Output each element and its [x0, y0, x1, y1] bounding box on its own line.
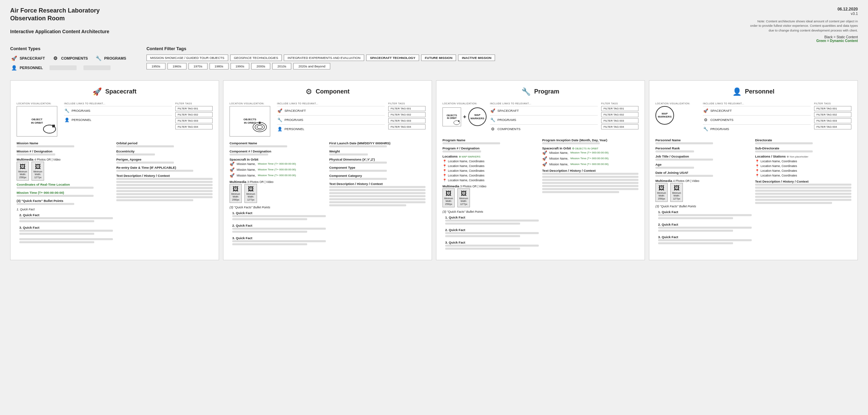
field-pers-directorate: Directorate — [755, 138, 851, 144]
ft-year-3[interactable]: 1980s — [210, 63, 229, 69]
page-subtitle: Interactive Application Content Architec… — [10, 29, 109, 34]
spacecraft-ft-2[interactable]: FILTER TAG 003 — [175, 118, 213, 123]
components-icon: ⚙ — [52, 55, 59, 62]
ct-personnel[interactable]: 👤 PERSONNEL — [10, 64, 43, 71]
field-prog-multimedia: Multimedia 3 Photos OR | Video 🖼 Minimum… — [442, 184, 539, 207]
program-card-title-row: 🔧 Program — [442, 87, 638, 96]
field-perigee: Perigee, Apogee — [116, 158, 213, 164]
prog-so-item-2: 🚀 Mission Name, Mission Time (T+ 000:00:… — [542, 162, 638, 167]
spacecraft-link-personnel[interactable]: 👤 PERSONNEL — [64, 115, 172, 124]
pers-ft-1[interactable]: FILTER TAG 002 — [814, 112, 851, 117]
field-prog-name: Program Name — [442, 138, 539, 144]
spacecraft-orbit-box: OBJECT IN ORBIT — [17, 106, 57, 137]
spacecraft-icon: 🚀 — [10, 55, 18, 62]
programs-icon: 🔧 — [95, 55, 102, 62]
field-prog-sc-orbit: Spacecraft in Orbit ⚙ OBJECTS IN ORBIT 🚀… — [542, 146, 638, 167]
pers-locations: 📍 Location Name, Coordinates 📍 Location … — [755, 160, 851, 178]
field-coords: Coordinates of Real-Time Location — [17, 183, 113, 189]
ft-year-5[interactable]: 2000s — [251, 63, 270, 69]
spacecraft-media-row: 🖼 MinimumWidth:2550px 🖼 MinimumWidth:127… — [17, 162, 113, 181]
prog-components-label: COMPONENTS — [497, 127, 520, 131]
prog-link-components[interactable]: ⚙ COMPONENTS — [490, 124, 598, 133]
spacecraft-card-title: Spacecraft — [105, 88, 136, 95]
personnel-fields-left: Personnel Name Personnel Rank Job Title … — [655, 138, 752, 248]
ft-tag-1[interactable]: GEOSPACE TECHNOLOGIES — [230, 55, 282, 61]
spacecraft-card-icon: 🚀 — [93, 87, 102, 96]
ft-year-6[interactable]: 2010s — [272, 63, 291, 69]
program-viz-label: LOCATION VISUALIZATION: — [442, 102, 487, 105]
legend: Black = Static Content Green = Dynamic C… — [749, 35, 858, 43]
spacecraft-link-programs[interactable]: 🔧 PROGRAMS — [64, 106, 172, 115]
spacecraft-card-title-row: 🚀 Spacecraft — [17, 87, 213, 96]
prog-programs-icon: 🔧 — [490, 117, 495, 123]
ft-tag-0[interactable]: MISSION SHOWCASE / GUIDED TOUR OBJECTS — [146, 55, 228, 61]
comp-ft-3[interactable]: FILTER TAG 004 — [388, 124, 426, 129]
personnel-link-label: PERSONNEL — [72, 118, 92, 122]
spacecraft-ft-3[interactable]: FILTER TAG 004 — [175, 124, 213, 129]
comp-ft-2[interactable]: FILTER TAG 003 — [388, 118, 426, 123]
ft-year-4[interactable]: 1990s — [231, 63, 250, 69]
field-dimensions: Physical Dimensions (X',Y',Z') — [329, 158, 426, 164]
pers-bullet-3: 3. Quick Fact — [655, 235, 752, 244]
pers-loc-3: 📍 Location Name, Coordinates — [755, 174, 851, 178]
component-card-title: Component — [316, 88, 350, 95]
prog-ft-1[interactable]: FILTER TAG 002 — [601, 112, 638, 117]
spacecraft-ft-0[interactable]: FILTER TAG 001 — [175, 106, 213, 111]
program-filter-label: FILTER TAGS — [601, 102, 638, 105]
ft-tag-5[interactable]: INACTIVE MISSION — [458, 55, 495, 61]
field-mission-name: Mission Name — [17, 141, 113, 147]
ft-year-0[interactable]: 1950s — [146, 63, 165, 69]
pers-link-spacecraft[interactable]: 🚀 SPACECRAFT — [703, 106, 811, 115]
ct-programs-label: PROGRAMS — [104, 56, 126, 60]
comp-personnel-icon: 👤 — [277, 126, 282, 132]
comp-programs-label: PROGRAMS — [284, 118, 303, 122]
ft-tag-3[interactable]: SPACECRAFT TECHNOLOGY — [366, 55, 419, 61]
ct-components[interactable]: ⚙ COMPONENTS — [52, 55, 88, 62]
ct-programs[interactable]: 🔧 PROGRAMS — [95, 55, 126, 62]
ft-year-2[interactable]: 1970s — [189, 63, 208, 69]
personnel-top-section: LOCATION VISUALIZATION: MAPMARKERS INCLU… — [655, 102, 851, 133]
component-orbit-N: OBJECTS IN ORBIT — [230, 106, 270, 137]
pers-bullet-2: 2. Quick Fact — [655, 223, 752, 232]
prog-loc-4: 📍 Location Name, Coordinates — [442, 179, 539, 182]
comp-bullet-1: 1. Quick Fact — [230, 211, 326, 220]
so-item-0: 🚀 Mission Name, Mission Time (T+ 000:00:… — [230, 162, 326, 166]
ft-tag-2[interactable]: INTEGRATED EXPERIMENTS AND EVALUATION — [284, 55, 364, 61]
prog-link-spacecraft[interactable]: 🚀 SPACECRAFT — [490, 106, 598, 115]
content-types-row1: 🚀 SPACECRAFT ⚙ COMPONENTS 🔧 PROGRAMS — [10, 55, 126, 62]
prog-ft-3[interactable]: FILTER TAG 004 — [601, 124, 638, 129]
prog-ft-2[interactable]: FILTER TAG 003 — [601, 118, 638, 123]
ft-year-7[interactable]: 2020s and Beyond — [293, 63, 330, 69]
comp-ft-1[interactable]: FILTER TAG 002 — [388, 112, 426, 117]
ct-spacecraft[interactable]: 🚀 SPACECRAFT — [10, 55, 45, 62]
bullet-2: 3. Quick Fact — [17, 226, 113, 235]
prog-loc-1: 📍 Location Name, Coordinates — [442, 164, 539, 168]
component-top-section: LOCATION VISUALIZATION: OBJECTS IN ORBIT — [230, 102, 426, 137]
prog-loc-0: 📍 Location Name, Coordinates — [442, 160, 539, 163]
program-fields-right: Program Inception Date (Month, Day, Year… — [542, 138, 638, 253]
pers-link-components[interactable]: ⚙ COMPONENTS — [703, 115, 811, 124]
comp-ft-0[interactable]: FILTER TAG 001 — [388, 106, 426, 111]
pers-ft-2[interactable]: FILTER TAG 003 — [814, 118, 851, 123]
filter-tags-heading: Content Filter Tags — [146, 46, 858, 51]
pers-ft-3[interactable]: FILTER TAG 004 — [814, 124, 851, 129]
prog-ft-0[interactable]: FILTER TAG 001 — [601, 106, 638, 111]
personnel-links: INCLUDE LINKS TO RELEVANT... 🚀 SPACECRAF… — [703, 102, 811, 133]
component-link-personnel[interactable]: 👤 PERSONNEL — [277, 124, 385, 133]
spacecraft-ft-1[interactable]: FILTER TAG 002 — [175, 112, 213, 117]
prog-link-programs[interactable]: 🔧 PROGRAMS — [490, 115, 598, 124]
pers-media-row: 🖼 MinimumWidth:2550px 🖼 MinimumWidth:127… — [655, 183, 752, 202]
pers-ft-0[interactable]: FILTER TAG 001 — [814, 106, 851, 111]
comp-bullet-2: 2. Quick Fact — [230, 224, 326, 233]
ft-tag-4[interactable]: FUTURE MISSION — [421, 55, 456, 61]
comp-personnel-label: PERSONNEL — [284, 127, 304, 131]
component-link-programs[interactable]: 🔧 PROGRAMS — [277, 115, 385, 124]
comp-spacecraft-icon: 🚀 — [277, 108, 282, 113]
prog-map-markers: MAPMARKERS — [468, 107, 487, 126]
field-pers-rank: Personnel Rank — [655, 146, 752, 152]
ft-year-1[interactable]: 1960s — [167, 63, 186, 69]
pers-components-icon: ⚙ — [703, 117, 708, 123]
spacecraft-viz: LOCATION VISUALIZATION: OBJECT IN ORBIT — [17, 102, 61, 137]
pers-link-programs[interactable]: 🔧 PROGRAMS — [703, 124, 811, 133]
component-link-spacecraft[interactable]: 🚀 SPACECRAFT — [277, 106, 385, 115]
